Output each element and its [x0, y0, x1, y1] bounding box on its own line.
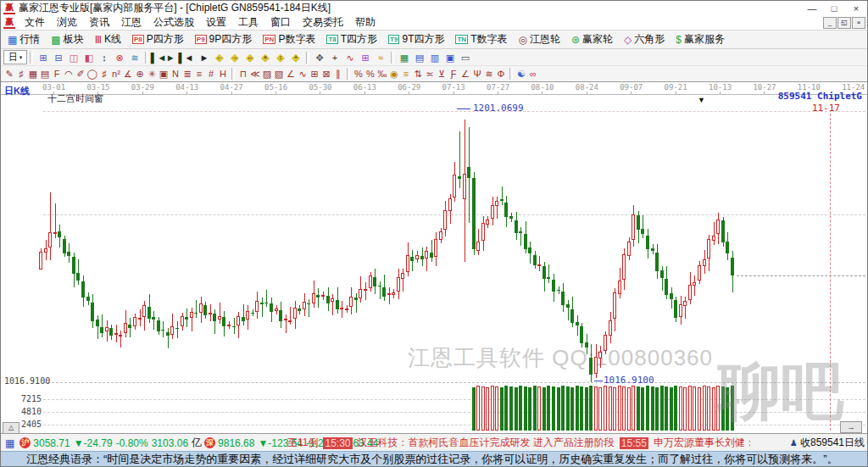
n-wave-icon[interactable]: N — [170, 67, 181, 81]
ribbon-icon[interactable]: ≈ — [373, 51, 388, 64]
step-back-icon[interactable]: ◄ — [181, 51, 197, 64]
h-compress-diamond-button[interactable]: ◆× — [258, 51, 273, 64]
hexagon-button[interactable]: ◇六角形 — [622, 32, 666, 47]
crosshair-icon[interactable]: + — [327, 51, 342, 64]
menu-item-浏览[interactable]: 浏览 — [51, 15, 83, 30]
jump-first-icon[interactable]: ▌◄ — [151, 51, 166, 64]
gann-line-icon[interactable]: ♯ — [15, 67, 27, 81]
winner-service-button[interactable]: $赢家服务 — [674, 32, 726, 47]
speed-line-icon[interactable]: ∠ — [459, 67, 471, 81]
nine-p-square-button[interactable]: P99P四方形 — [193, 32, 253, 47]
mini-chart-a-icon[interactable]: ◫ — [66, 51, 81, 64]
gann-wheel-button[interactable]: ◎江恩轮 — [516, 32, 561, 47]
t-square-button[interactable]: T8T四方形 — [325, 32, 379, 47]
time-cycles-icon[interactable]: ≣ — [181, 67, 193, 81]
grid-cross-icon[interactable]: ⊞ — [309, 67, 320, 81]
t-number-table-button[interactable]: TNT数字表 — [453, 32, 509, 47]
gann-fan-icon[interactable]: ⊕ — [134, 67, 146, 81]
step-forward-icon[interactable]: ► — [197, 51, 212, 64]
marker-pen-icon[interactable]: ✐ — [75, 67, 86, 81]
golden-ratio-icon[interactable]: ≡ — [400, 67, 412, 81]
shade-grid2-icon[interactable]: ▧ — [273, 67, 285, 81]
menu-item-江恩[interactable]: 江恩 — [115, 15, 147, 30]
shrink-right-diamond-button[interactable]: ◆→ — [227, 51, 242, 64]
menu-item-窗口[interactable]: 窗口 — [264, 15, 297, 30]
percent-lines-icon[interactable]: % — [353, 67, 364, 81]
menu-item-文件[interactable]: 文件 — [19, 15, 51, 30]
parallel-lines-icon[interactable]: ∥ — [332, 67, 344, 81]
pitchfork-icon[interactable]: Ψ — [471, 67, 483, 81]
overlay-chart-icon[interactable]: ⊗ — [112, 51, 127, 64]
fan-tool-icon[interactable]: ≪ — [249, 67, 261, 81]
regression-icon[interactable]: ⊻ — [436, 67, 448, 81]
chart-window-icon[interactable]: ⊟ — [51, 51, 66, 64]
v-expand-diamond-button[interactable]: ◆↕ — [273, 51, 288, 64]
p-square-button[interactable]: P8P四方形 — [131, 32, 186, 47]
maximize-button[interactable]: □ — [823, 3, 845, 14]
period-daily-dropdown[interactable]: 日▾ — [3, 50, 27, 64]
hatch-lines-icon[interactable]: ♯ — [98, 67, 110, 81]
f-channel-icon[interactable]: Ƒ — [448, 67, 459, 81]
channel-icon[interactable]: ≍ — [424, 67, 436, 81]
mdi-close-button[interactable]: × — [852, 17, 865, 29]
time-grid-icon[interactable]: ▤ — [39, 67, 51, 81]
color-wave-icon[interactable]: ≋ — [127, 51, 142, 64]
boxed-kline-icon[interactable]: ▣ — [158, 67, 170, 81]
cycle-bands-icon[interactable]: ≋ — [483, 67, 495, 81]
shade-grid-icon[interactable]: ▨ — [261, 67, 273, 81]
price-grid-icon[interactable]: ▦ — [27, 67, 39, 81]
infinity-icon[interactable]: ∞ — [527, 67, 539, 81]
yinyang-icon[interactable]: ☯ — [515, 67, 527, 81]
fib-time-icon[interactable]: Φ — [495, 67, 507, 81]
chart-area[interactable]: 03-0103-1503-2904-1304-2705-1605-3006-13… — [1, 82, 868, 434]
drag-hand-icon[interactable]: ✥ — [312, 51, 327, 64]
nine-t-square-button[interactable]: T99T四方形 — [387, 32, 446, 47]
menu-item-帮助[interactable]: 帮助 — [349, 15, 381, 30]
sectors-button[interactable]: ▩板块 — [49, 32, 85, 47]
printer-icon[interactable]: ▭ — [458, 51, 473, 64]
h-expand-diamond-button[interactable]: ◆↔ — [242, 51, 258, 64]
box-select-icon[interactable]: ⊓ — [237, 67, 249, 81]
news-ticker[interactable]: 至11例15:30汉王科技：首款柯氏音血压计完成研发 进入产品注册阶段15:55… — [287, 434, 750, 452]
menu-item-设置[interactable]: 设置 — [200, 15, 232, 30]
wave-tool-icon[interactable]: ∿ — [297, 67, 309, 81]
quotes-button[interactable]: ▦行情 — [6, 32, 42, 47]
mini-chart-b-icon[interactable]: ◧ — [81, 51, 97, 64]
mdi-restore-button[interactable]: ◱ — [837, 17, 851, 29]
radial-lines-icon[interactable]: ✳ — [146, 67, 158, 81]
permille-icon[interactable]: ‰ — [376, 67, 388, 81]
grid-p-icon[interactable]: ⊞ — [358, 51, 373, 64]
price-cycles-icon[interactable]: ≡ — [193, 67, 205, 81]
menu-item-资讯[interactable]: 资讯 — [83, 15, 115, 30]
fib-f-icon[interactable]: F — [51, 67, 63, 81]
golden-section-icon[interactable]: ◉ — [388, 67, 400, 81]
mdi-minimize-button[interactable]: _ — [823, 17, 837, 29]
arc-tool-icon[interactable]: ◠ — [63, 67, 75, 81]
ellipse-tool-icon[interactable]: ◯ — [86, 67, 98, 81]
menu-item-交易委托[interactable]: 交易委托 — [297, 15, 349, 30]
menu-item-公式选股[interactable]: 公式选股 — [147, 15, 200, 30]
winner-wheel-button[interactable]: ⊛赢家轮 — [570, 32, 615, 47]
p-number-table-button[interactable]: PNP数字表 — [261, 32, 317, 47]
calculator-icon[interactable]: ▤ — [412, 51, 427, 64]
close-button[interactable]: × — [845, 3, 867, 14]
reset-zoom-diamond-button[interactable]: ◆+ — [288, 51, 303, 64]
minimize-button[interactable]: — — [801, 3, 823, 14]
price-label-icon[interactable]: ⇅ — [412, 67, 424, 81]
h-span-icon[interactable]: H — [217, 67, 229, 81]
trend-angle-icon[interactable]: ∠ — [285, 67, 297, 81]
grid-x-icon[interactable]: ⊠ — [320, 67, 332, 81]
market-grid-icon[interactable]: ▦ — [5, 437, 14, 449]
percent-box-icon[interactable]: % — [364, 67, 376, 81]
vertical-scale-icon[interactable]: ↕ — [97, 51, 112, 64]
kline-button[interactable]: ⅢK线 — [93, 32, 123, 47]
n-square-icon[interactable]: n² — [110, 67, 122, 81]
layout-window-icon[interactable]: ⊞ — [36, 51, 51, 64]
shrink-left-diamond-button[interactable]: ◆← — [212, 51, 227, 64]
calendar-icon[interactable]: ▦ — [397, 51, 412, 64]
polyline-tool-icon[interactable]: ∿ — [342, 51, 358, 64]
grid-net-icon[interactable]: # — [205, 67, 217, 81]
notebook-icon[interactable]: ▥ — [427, 51, 442, 64]
save-icon[interactable]: ▣ — [442, 51, 458, 64]
angle-a-icon[interactable]: ∡ — [122, 67, 134, 81]
